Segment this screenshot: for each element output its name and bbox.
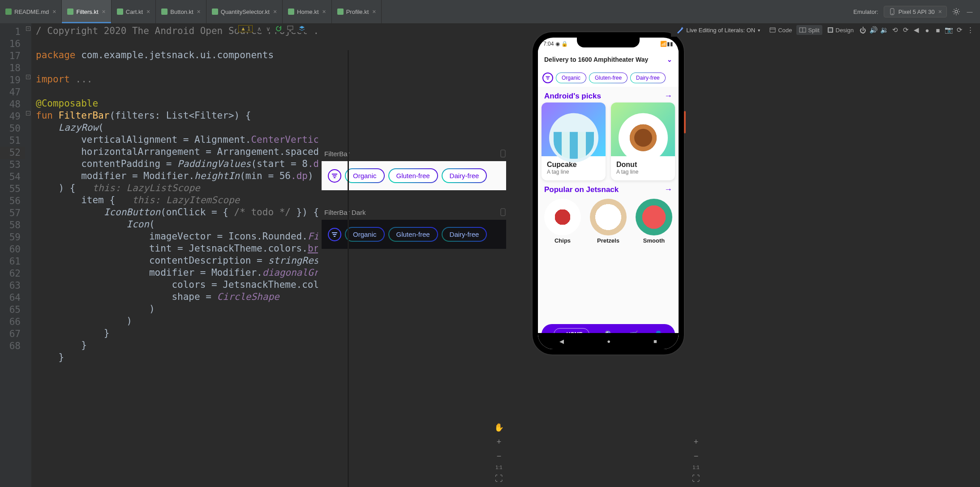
tab-label: README.md xyxy=(14,9,49,15)
tab-home[interactable]: Home.kt× xyxy=(283,0,332,23)
tab-profile[interactable]: Profile.kt× xyxy=(332,0,382,23)
gear-icon[interactable] xyxy=(952,8,960,16)
battery-icon: ▮ xyxy=(670,41,673,47)
arrow-right-icon[interactable]: → xyxy=(664,185,672,194)
mode-design[interactable]: Design xyxy=(824,25,856,35)
layers-icon[interactable] xyxy=(298,25,305,32)
phone-screen[interactable]: 7:04 ◉ 🔒 📶▮▮ Delivery to 1600 Amphitheat… xyxy=(538,38,679,349)
volume-down-icon[interactable]: 🔉 xyxy=(880,26,889,34)
chip-organic[interactable]: Organic xyxy=(345,168,385,183)
emulator-label: Emulator: xyxy=(853,9,878,15)
fold-marker[interactable]: + xyxy=(26,26,30,31)
card-row[interactable]: CupcakeA tag line DonutA tag line xyxy=(538,103,679,180)
snack-image xyxy=(549,113,598,162)
overview-nav-icon[interactable]: ■ xyxy=(933,26,942,34)
popular-row[interactable]: Chips Pretzels Smooth xyxy=(538,196,679,246)
home-nav-icon[interactable]: ● xyxy=(923,26,932,34)
close-icon[interactable]: × xyxy=(102,8,106,15)
preview-device-icon[interactable] xyxy=(500,208,506,216)
svg-point-1 xyxy=(892,13,893,14)
close-icon[interactable]: × xyxy=(372,8,376,15)
popular-item[interactable]: Chips xyxy=(544,199,581,244)
snack-card-donut[interactable]: DonutA tag line xyxy=(611,103,675,180)
device-close-icon[interactable]: × xyxy=(938,8,942,15)
code-editor[interactable]: ▲ 1 ∧ ∨ ✔ / Copyright 2020 The Android O… xyxy=(31,23,318,487)
mode-code[interactable]: Code xyxy=(766,25,795,35)
warning-badge[interactable]: ▲ 1 xyxy=(238,25,253,32)
close-icon[interactable]: × xyxy=(273,8,277,15)
mode-split[interactable]: Split xyxy=(796,25,822,35)
screenshot-icon[interactable]: 📷 xyxy=(944,26,953,34)
chip-glutenfree[interactable]: Gluten-free xyxy=(388,227,438,242)
delivery-bar[interactable]: Delivery to 1600 Amphitheater Way ⌄ xyxy=(538,50,679,69)
zoom-in-icon[interactable]: + xyxy=(493,436,505,448)
tab-filters[interactable]: Filters.kt× xyxy=(62,0,111,23)
chip-glutenfree[interactable]: Gluten-free xyxy=(589,73,628,83)
minimize-icon[interactable]: — xyxy=(966,9,974,15)
prev-issue-icon[interactable]: ∧ xyxy=(257,26,262,32)
section-header-popular: Popular on Jetsnack → xyxy=(538,180,679,196)
power-icon[interactable]: ⏻ xyxy=(858,26,867,34)
rotate-left-icon[interactable]: ⟲ xyxy=(890,26,899,34)
device-icon[interactable] xyxy=(287,25,294,32)
back-nav-icon[interactable]: ◀ xyxy=(912,26,921,34)
sysnav-home-icon[interactable]: ● xyxy=(607,338,610,345)
fold-marker[interactable]: − xyxy=(26,111,30,115)
rotate-right-icon[interactable]: ⟳ xyxy=(901,26,910,34)
popular-item[interactable]: Pretzels xyxy=(590,199,627,244)
section-title: Popular on Jetsnack xyxy=(544,185,619,194)
arrow-right-icon[interactable]: → xyxy=(664,91,672,101)
tab-button[interactable]: Button.kt× xyxy=(156,0,206,23)
preview-device-icon[interactable] xyxy=(500,150,506,158)
close-icon[interactable]: × xyxy=(197,8,201,15)
close-icon[interactable]: × xyxy=(322,8,326,15)
zoom-out-icon[interactable]: − xyxy=(690,450,702,462)
zoom-fit-icon[interactable]: ⛶ xyxy=(493,473,505,484)
zoom-in-icon[interactable]: + xyxy=(690,436,702,448)
file-icon xyxy=(67,9,73,15)
phone-icon xyxy=(889,8,896,15)
signal-icon: ▮ xyxy=(667,41,670,47)
refresh-icon[interactable]: ⟳ xyxy=(955,26,964,34)
snack-card-cupcake[interactable]: CupcakeA tag line xyxy=(542,103,606,180)
inspection-widget: ▲ 1 ∧ ∨ xyxy=(236,25,312,32)
wand-icon xyxy=(676,26,683,34)
close-icon[interactable]: × xyxy=(52,8,56,15)
live-edit-toggle[interactable]: Live Editing of Literals: ON ▾ xyxy=(676,26,760,34)
refresh-preview-icon[interactable] xyxy=(275,25,282,32)
chevron-down-icon: ⌄ xyxy=(667,56,672,63)
more-icon[interactable]: ⋮ xyxy=(966,26,975,34)
chip-organic[interactable]: Organic xyxy=(345,227,385,242)
chip-dairyfree[interactable]: Dairy-free xyxy=(442,227,487,242)
popular-item[interactable]: Smooth xyxy=(636,199,672,244)
phone-frame: 7:04 ◉ 🔒 📶▮▮ Delivery to 1600 Amphitheat… xyxy=(533,32,684,355)
chip-organic[interactable]: Organic xyxy=(556,73,586,83)
sysnav-back-icon[interactable]: ◀ xyxy=(559,338,564,345)
volume-up-icon[interactable]: 🔊 xyxy=(869,26,878,34)
chip-glutenfree[interactable]: Gluten-free xyxy=(388,168,438,183)
fold-marker[interactable]: + xyxy=(26,75,30,79)
preview-surface-light: Organic Gluten-free Dairy-free xyxy=(322,161,506,190)
tab-readme[interactable]: README.md× xyxy=(0,0,62,23)
pane-divider[interactable] xyxy=(348,50,349,487)
zoom-ratio[interactable]: 1:1 xyxy=(692,465,699,470)
emulator-device-select[interactable]: Pixel 5 API 30 × xyxy=(884,6,947,17)
zoom-out-icon[interactable]: − xyxy=(493,450,505,462)
filter-list-icon[interactable] xyxy=(328,169,341,183)
tab-cart[interactable]: Cart.kt× xyxy=(112,0,156,23)
tab-qtysel[interactable]: QuantitySelector.kt× xyxy=(206,0,283,23)
chip-dairyfree[interactable]: Dairy-free xyxy=(630,73,666,83)
filter-list-icon[interactable] xyxy=(328,228,341,241)
sysnav-recent-icon[interactable]: ■ xyxy=(653,338,657,345)
snack-image xyxy=(619,113,668,162)
zoom-fit-icon[interactable]: ⛶ xyxy=(690,473,702,484)
filter-list-icon[interactable] xyxy=(542,73,553,83)
code-content[interactable]: / Copyright 2020 The Android Open Source… xyxy=(31,23,318,363)
close-icon[interactable]: × xyxy=(146,8,150,15)
status-time: 7:04 xyxy=(543,41,554,47)
tab-label: Filters.kt xyxy=(76,9,98,15)
zoom-ratio[interactable]: 1:1 xyxy=(495,465,502,470)
chip-dairyfree[interactable]: Dairy-free xyxy=(442,168,487,183)
pan-icon[interactable]: ✋ xyxy=(493,422,505,433)
next-issue-icon[interactable]: ∨ xyxy=(266,26,271,32)
